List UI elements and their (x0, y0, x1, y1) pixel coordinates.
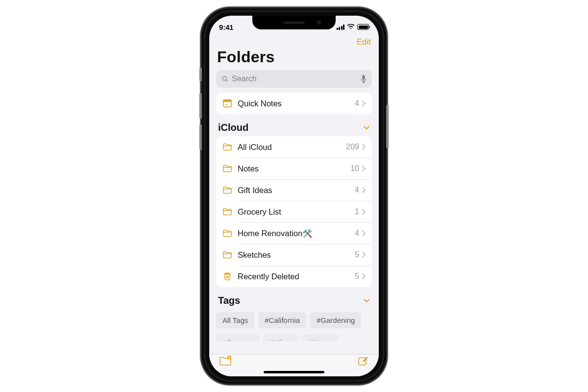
folder-label: Notes (238, 164, 350, 173)
nav-bar: Edit (209, 35, 379, 47)
chevron-right-icon (362, 187, 366, 193)
folder-row[interactable]: All iCloud209 (216, 136, 372, 158)
folder-row[interactable]: Recently Deleted5 (216, 266, 372, 287)
tag-chip[interactable]: #Home (302, 334, 339, 341)
folder-count: 10 (350, 164, 359, 173)
tags-header-label: Tags (218, 295, 240, 306)
folder-label: Grocery List (238, 207, 355, 217)
icloud-header-label: iCloud (218, 122, 248, 133)
icloud-section-header[interactable]: iCloud (216, 114, 372, 136)
quick-notes-row[interactable]: Quick Notes 4 (216, 93, 372, 114)
page-title: Folders (209, 47, 379, 69)
volume-up-button[interactable] (199, 93, 202, 119)
mute-switch[interactable] (199, 68, 202, 81)
quick-notes-count: 4 (355, 99, 359, 108)
folder-plus-icon (219, 355, 232, 366)
content-scroll[interactable]: Quick Notes 4 iCloud All iCloud209Notes1… (209, 93, 379, 376)
folder-icon (222, 228, 233, 239)
chevron-right-icon (362, 230, 366, 236)
chevron-right-icon (362, 252, 366, 258)
quick-notes-card: Quick Notes 4 (216, 93, 372, 114)
folder-icon (222, 142, 233, 152)
screen: 9:41 Edit Folders (209, 16, 379, 376)
folder-count: 209 (346, 143, 359, 151)
wifi-icon (347, 24, 355, 30)
folder-label: All iCloud (238, 143, 346, 152)
chevron-right-icon (362, 273, 366, 279)
chevron-down-icon (363, 298, 370, 303)
folder-count: 1 (355, 207, 359, 216)
folder-icon (222, 206, 233, 217)
folder-icon (222, 185, 233, 196)
folder-count: 5 (355, 250, 359, 259)
front-camera (317, 21, 321, 24)
folder-label: Gift Ideas (238, 186, 355, 195)
folder-count: 4 (355, 229, 359, 238)
tags-row-clipped: #Grocery#Hikes#Home (216, 331, 372, 341)
chevron-right-icon (362, 166, 366, 172)
tags-row: All Tags#California#Gardening (216, 309, 372, 328)
compose-icon (357, 355, 369, 367)
dictate-icon[interactable] (360, 74, 367, 83)
chevron-down-icon (363, 125, 370, 130)
folder-icon (222, 163, 233, 174)
compose-button[interactable] (357, 355, 369, 369)
search-field[interactable]: Search (216, 70, 372, 88)
home-indicator[interactable] (264, 371, 324, 373)
trash-icon (222, 271, 233, 282)
folder-row[interactable]: Grocery List1 (216, 201, 372, 222)
svg-line-1 (226, 80, 227, 81)
folder-count: 4 (355, 186, 359, 195)
battery-icon (357, 24, 369, 30)
tag-chip[interactable]: #Hikes (263, 334, 298, 341)
icloud-folder-list: All iCloud209Notes10Gift Ideas4Grocery L… (216, 136, 372, 287)
chevron-right-icon (362, 144, 366, 150)
tag-chip[interactable]: #California (258, 312, 306, 328)
tag-chip[interactable]: #Grocery (216, 334, 259, 341)
tag-chip[interactable]: All Tags (216, 312, 254, 328)
search-placeholder: Search (232, 74, 360, 83)
folder-count: 5 (355, 272, 359, 281)
folder-row[interactable]: Notes10 (216, 158, 372, 179)
cellular-signal-icon (337, 24, 345, 30)
tag-chip[interactable]: #Gardening (310, 312, 361, 328)
folder-label: Recently Deleted (238, 272, 355, 281)
folder-row[interactable]: Home Renovation🛠️4 (216, 222, 372, 244)
tags-section-header[interactable]: Tags (216, 287, 372, 309)
folder-row[interactable]: Sketches5 (216, 244, 372, 266)
search-icon (221, 75, 229, 83)
folder-label: Home Renovation🛠️ (238, 229, 355, 238)
folder-icon (222, 249, 233, 260)
volume-down-button[interactable] (199, 124, 202, 150)
power-button[interactable] (386, 105, 389, 148)
notes-app: Edit Folders Search (209, 16, 379, 376)
chevron-right-icon (362, 100, 366, 106)
phone-frame: 9:41 Edit Folders (201, 8, 387, 384)
notch (252, 16, 336, 29)
folder-row[interactable]: Gift Ideas4 (216, 179, 372, 201)
folder-label: Sketches (238, 250, 355, 260)
earpiece-speaker (283, 22, 305, 24)
edit-button[interactable]: Edit (357, 37, 371, 47)
quick-notes-label: Quick Notes (238, 99, 355, 108)
svg-rect-6 (223, 100, 232, 102)
chevron-right-icon (362, 209, 366, 215)
new-folder-button[interactable] (219, 355, 232, 368)
quick-note-icon (222, 98, 233, 109)
svg-rect-2 (362, 75, 365, 80)
status-time: 9:41 (219, 20, 233, 31)
